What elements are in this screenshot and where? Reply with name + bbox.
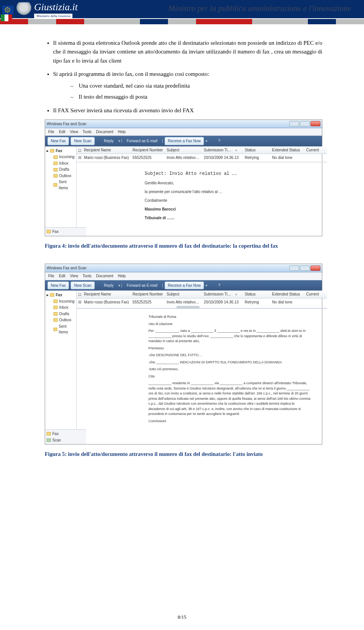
menu-item[interactable]: Document xyxy=(96,129,113,135)
fax-icon xyxy=(47,432,51,435)
menu-item[interactable]: Document xyxy=(96,273,113,279)
reply-button[interactable]: Reply xyxy=(101,137,117,145)
menu-item[interactable]: Help xyxy=(118,129,126,135)
tree-item[interactable]: Drafts xyxy=(47,167,75,173)
bullet-2: Si aprirà il programma di invio fax, con… xyxy=(53,70,322,102)
folder-icon xyxy=(50,293,54,297)
col-recipient-name[interactable]: Recipient Name xyxy=(84,147,133,153)
maximize-button[interactable] xyxy=(300,121,310,126)
scrollbar-thumb[interactable] xyxy=(177,306,199,308)
menu-item[interactable]: View xyxy=(70,129,78,135)
cell-recipient-number: 555252525 xyxy=(133,299,167,305)
menu-item[interactable]: File xyxy=(48,129,54,135)
folder-icon xyxy=(53,318,58,322)
new-scan-button[interactable]: New Scan xyxy=(71,281,95,290)
col-status[interactable]: Status xyxy=(245,291,272,297)
tree-item[interactable]: Inbox xyxy=(47,305,75,311)
footer-tabs: Fax xyxy=(45,227,86,236)
cell-ext-status: No dial tone xyxy=(272,299,306,305)
folder-icon xyxy=(53,168,58,171)
tab-scan[interactable]: Scan xyxy=(47,437,85,443)
folder-icon xyxy=(53,162,58,165)
cell-recipient-number: 555252525 xyxy=(133,155,167,161)
receive-fax-button[interactable]: Receive a Fax Now xyxy=(165,281,204,290)
toolbar: New Fax New Scan Reply ▾ | Forward as E-… xyxy=(45,280,322,291)
statue-icon xyxy=(16,2,32,17)
new-fax-button[interactable]: New Fax xyxy=(47,281,69,290)
reply-button[interactable]: Reply xyxy=(101,282,117,289)
tree-item[interactable]: Outbox xyxy=(47,317,75,323)
col-ext-status[interactable]: Extended Status xyxy=(272,291,306,297)
tree-root[interactable]: ▸ Fax xyxy=(47,292,75,298)
new-scan-button[interactable]: New Scan xyxy=(71,137,95,145)
col-current[interactable]: Current xyxy=(306,147,325,153)
col-icon[interactable]: ◻ xyxy=(78,147,84,153)
folder-tree: ▸ Fax IncomingInboxDraftsOutboxSent Item… xyxy=(45,291,77,429)
forward-button[interactable]: Forward as E-mail xyxy=(124,137,160,145)
new-fax-button[interactable]: New Fax xyxy=(47,137,69,145)
folder-icon xyxy=(53,300,58,303)
close-button[interactable] xyxy=(311,266,320,271)
tree-root[interactable]: ▸ Fax xyxy=(47,148,75,154)
col-status[interactable]: Status xyxy=(245,147,272,153)
menu-item[interactable]: Tools xyxy=(83,129,91,135)
preview-subject: Subject: Invio Atto relativo al …. xyxy=(145,170,327,178)
col-recipient-number[interactable]: Recipient Number xyxy=(133,147,167,153)
receive-fax-button[interactable]: Receive a Fax Now xyxy=(165,137,204,145)
menu-item[interactable]: Help xyxy=(118,273,126,279)
table-row[interactable]: ☒ Mario rossi (Business Fax) 555252525 I… xyxy=(77,299,327,306)
bullet-3: Il FAX Server invierà una ricevuta di av… xyxy=(53,106,322,115)
cell-subject: Invio Atto relativo… xyxy=(167,299,204,305)
tree-item[interactable]: Outbox xyxy=(47,173,75,179)
menu-item[interactable]: Edit xyxy=(59,273,65,279)
col-subject[interactable]: Subject xyxy=(167,291,204,297)
forward-button[interactable]: Forward as E-mail xyxy=(124,282,160,289)
tab-fax[interactable]: Fax xyxy=(47,229,85,235)
menu-item[interactable]: Tools xyxy=(83,273,91,279)
tab-fax[interactable]: Fax xyxy=(47,431,85,437)
col-submission[interactable]: Submission Ti… ▾ xyxy=(204,147,245,153)
table-row[interactable]: ☒ Mario rossi (Business Fax) 555252525 I… xyxy=(77,154,327,162)
folder-icon xyxy=(50,149,54,152)
tree-item[interactable]: Sent Items xyxy=(47,179,75,191)
help-button[interactable]: ? xyxy=(215,282,223,289)
col-current[interactable]: Current xyxy=(306,291,325,297)
tree-item[interactable]: Sent Items xyxy=(47,324,75,335)
toolbar: New Fax New Scan Reply ▾ | Forward as E-… xyxy=(45,136,322,146)
site-title: Giustizia.it xyxy=(34,2,78,13)
col-ext-status[interactable]: Extended Status xyxy=(272,147,306,153)
list-pane: ◻ Recipient Name Recipient Number Subjec… xyxy=(77,146,327,227)
tree-item[interactable]: Inbox xyxy=(47,160,75,167)
maximize-button[interactable] xyxy=(300,266,310,271)
col-recipient-number[interactable]: Recipient Number xyxy=(133,291,167,297)
col-icon[interactable]: ◻ xyxy=(78,291,84,297)
close-button[interactable] xyxy=(311,121,320,126)
folder-icon xyxy=(53,306,58,309)
fax-window-2: Windows Fax and Scan FileEditViewToolsDo… xyxy=(45,264,322,445)
menu-item[interactable]: Edit xyxy=(59,129,65,135)
tree-item[interactable]: Drafts xyxy=(47,311,75,317)
sub-2: Il testo del messaggio di posta xyxy=(71,93,322,101)
tree-item[interactable]: Incoming xyxy=(47,154,75,160)
doc-line: -tutto ciò premesso, xyxy=(149,367,312,372)
menu-item[interactable]: File xyxy=(48,273,54,279)
bullet-1: Il sistema di posta elettronica Outlook … xyxy=(53,39,322,65)
sub-1: Una cover standard, nel caso sia stata p… xyxy=(71,82,322,90)
folder-icon xyxy=(53,183,57,187)
minimize-button[interactable] xyxy=(289,121,299,126)
doc-line: Atto di citazione xyxy=(149,322,312,327)
menubar: FileEditViewToolsDocumentHelp xyxy=(45,128,322,136)
page-body: Il sistema di posta elettronica Outlook … xyxy=(0,24,364,459)
col-subject[interactable]: Subject xyxy=(167,147,204,153)
menu-item[interactable]: View xyxy=(70,273,78,279)
help-button[interactable]: ? xyxy=(215,137,223,145)
fax-icon xyxy=(47,230,51,233)
doc-line: Cita xyxy=(149,374,312,379)
tree-item[interactable]: Incoming xyxy=(47,299,75,305)
col-recipient-name[interactable]: Recipient Name xyxy=(84,291,133,297)
doc-line: -che DESCRIZIONE DEL FATTO… xyxy=(149,353,312,358)
col-submission[interactable]: Submission Ti… ▾ xyxy=(204,291,245,297)
minimize-button[interactable] xyxy=(289,266,299,271)
color-stripe xyxy=(0,19,364,24)
cell-status: Retrying xyxy=(245,155,272,161)
